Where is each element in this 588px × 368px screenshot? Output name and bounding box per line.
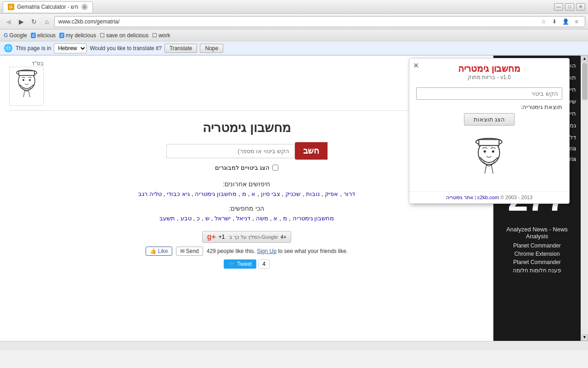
recent-link[interactable]: גיא כבודי xyxy=(167,190,190,197)
chrome-extension-link[interactable]: Chrome Extension xyxy=(493,250,581,258)
recent-link[interactable]: טליה רגב xyxy=(138,190,162,197)
popular-link[interactable]: משה xyxy=(256,215,268,222)
analyzed-news-label: Analyzed News - News Analysis xyxy=(506,226,568,240)
recent-link[interactable]: צבי סיון xyxy=(261,190,280,197)
popup-result-label: תוצאת גימטריה: xyxy=(416,104,562,110)
home-button[interactable]: ⌂ xyxy=(41,16,52,27)
popular-searches-section: הכי מחפשים: מחשבון גימטריה, מ, א, משה, ד… xyxy=(9,205,484,222)
recent-link[interactable]: מחשבון גימטריה xyxy=(195,190,237,197)
header-badge: בס"ד xyxy=(9,60,44,106)
popular-link[interactable]: א xyxy=(273,215,277,222)
scroll-track[interactable] xyxy=(582,62,588,334)
bookmark-mydelicious[interactable]: d my delicious xyxy=(59,32,96,39)
popup-c2kb-link[interactable]: c2kb.com xyxy=(477,195,499,200)
popular-link[interactable]: ישראל xyxy=(215,215,231,222)
analyzed-news-link[interactable]: Analyzed News - News Analysis xyxy=(493,224,581,242)
popup-show-button[interactable]: הצג תוצאות xyxy=(464,113,515,126)
language-select[interactable]: Hebrew xyxy=(54,43,87,53)
star-icon[interactable]: ☆ xyxy=(539,17,548,26)
address-bar[interactable]: ☆ ⬇ 👤 ≡ xyxy=(54,16,585,27)
svg-rect-2 xyxy=(19,71,34,75)
adults-checkbox[interactable] xyxy=(272,165,278,171)
facebook-like-button[interactable]: 👍 Like xyxy=(146,247,172,256)
calc-input[interactable] xyxy=(166,144,295,158)
back-button[interactable]: ◀ xyxy=(3,16,14,27)
popup-body: תוצאת גימטריה: הצג תוצאות xyxy=(409,83,569,130)
nope-button[interactable]: Nope xyxy=(200,44,223,53)
svg-point-11 xyxy=(492,150,494,153)
popular-link[interactable]: מ xyxy=(283,215,287,222)
bookmark-delicious[interactable]: d elicious xyxy=(31,32,56,39)
google-plus-icon: g+ xyxy=(207,233,216,241)
title-bar: G Gematria Calculator - חש ✕ — □ ✕ xyxy=(0,0,588,14)
translate-bar: 🌐 This page is in Hebrew Would you like … xyxy=(0,41,588,55)
refresh-button[interactable]: ↻ xyxy=(28,16,40,27)
scroll-thumb[interactable] xyxy=(582,63,588,100)
svg-line-5 xyxy=(23,90,25,97)
popular-link[interactable]: מחשבון גימטריה xyxy=(293,215,334,222)
tweet-label: Tweet xyxy=(237,261,252,267)
popular-link[interactable]: תשעב xyxy=(159,215,175,222)
popup-close-button[interactable]: ✕ xyxy=(413,61,419,70)
recent-link[interactable]: שכניק xyxy=(285,190,300,197)
recent-link[interactable]: דרור xyxy=(344,190,355,197)
send-label: Send xyxy=(186,248,199,254)
bookmark-google-label: Google xyxy=(9,32,27,39)
bookmark-work[interactable]: ☐ work xyxy=(152,32,170,39)
page-content: בס"ד xyxy=(0,56,588,341)
maximize-button[interactable]: □ xyxy=(565,3,574,11)
google-plus-button[interactable]: g+ +1 המלץ על כך ב-Google 4+ xyxy=(202,231,292,243)
gematria-popup: ✕ מחשבון גימטריה v1.0 - ברזות מתוק תוצאת… xyxy=(409,58,570,204)
facebook-send-button[interactable]: ✉ Send xyxy=(176,247,203,256)
popup-footer: c2kb.com © 2003 - 2013 | אתר גימטריה xyxy=(409,191,569,203)
recent-link[interactable]: נובות xyxy=(306,190,320,197)
popup-search-input[interactable] xyxy=(416,87,562,100)
tweet-button[interactable]: 🐦 Tweet xyxy=(224,259,256,269)
work-icon: ☐ xyxy=(152,32,157,39)
popular-link[interactable]: דניאל xyxy=(236,215,250,222)
popular-link[interactable]: כ xyxy=(197,215,200,222)
scroll-down-button[interactable]: ▼ xyxy=(582,334,588,341)
delicious-icon: d xyxy=(31,33,36,38)
svg-point-10 xyxy=(484,150,486,153)
scrollbar[interactable]: ▲ ▼ xyxy=(581,56,588,341)
popular-link[interactable]: טבע xyxy=(181,215,192,222)
scroll-up-button[interactable]: ▲ xyxy=(582,56,588,62)
penina-link[interactable]: פענח חלומות חלומה xyxy=(493,266,581,275)
calculate-button[interactable]: חשב xyxy=(295,142,328,160)
recent-link[interactable]: אפיק xyxy=(325,190,338,197)
minimize-button[interactable]: — xyxy=(554,3,563,11)
fb-counter-text: 429 people like this. Sign Up to see wha… xyxy=(207,248,348,254)
page-is-in-label: This page is in xyxy=(16,45,51,52)
recent-link[interactable]: א xyxy=(251,190,255,197)
google-favicon: G xyxy=(4,32,8,39)
download-icon[interactable]: ⬇ xyxy=(550,17,559,26)
bookmark-save-delicious[interactable]: ☐ save on delicious xyxy=(100,32,148,39)
planet-commander-link[interactable]: Planet Commander xyxy=(493,242,581,250)
fb-people-count: 429 people like this. xyxy=(207,248,255,254)
google-count: המלץ על כך ב-Google xyxy=(229,234,277,240)
active-tab[interactable]: G Gematria Calculator - חש ✕ xyxy=(3,1,93,12)
translate-button[interactable]: Translate xyxy=(164,44,198,53)
translate-question: Would you like to translate it? xyxy=(90,45,162,52)
popup-copyright: © 2003 - 2013 xyxy=(500,195,532,200)
url-input[interactable] xyxy=(58,18,539,25)
google-number: 4+ xyxy=(281,234,287,240)
popup-gematria-link[interactable]: אתר גימטריה xyxy=(446,195,473,200)
adults-label[interactable]: הצג ביטויים למבוגרים xyxy=(215,164,270,171)
svg-line-6 xyxy=(28,90,30,97)
popular-links: מחשבון גימטריה, מ, א, משה, דניאל, ישראל,… xyxy=(9,215,484,222)
planet-commander2-link[interactable]: Planet Commander xyxy=(493,258,581,266)
bsd-text: בס"ד xyxy=(9,60,44,67)
popular-link[interactable]: ש xyxy=(205,215,209,222)
tab-close-button[interactable]: ✕ xyxy=(81,4,88,10)
bookmark-google[interactable]: G Google xyxy=(4,32,27,39)
menu-icon[interactable]: ≡ xyxy=(572,17,581,26)
forward-button[interactable]: ▶ xyxy=(16,16,27,27)
save-delicious-icon: ☐ xyxy=(100,32,105,39)
fb-signup-link[interactable]: Sign Up xyxy=(257,248,277,254)
close-button[interactable]: ✕ xyxy=(576,3,585,11)
recent-link[interactable]: מ xyxy=(242,190,246,197)
svg-point-4 xyxy=(29,79,31,81)
person-icon[interactable]: 👤 xyxy=(561,17,570,26)
